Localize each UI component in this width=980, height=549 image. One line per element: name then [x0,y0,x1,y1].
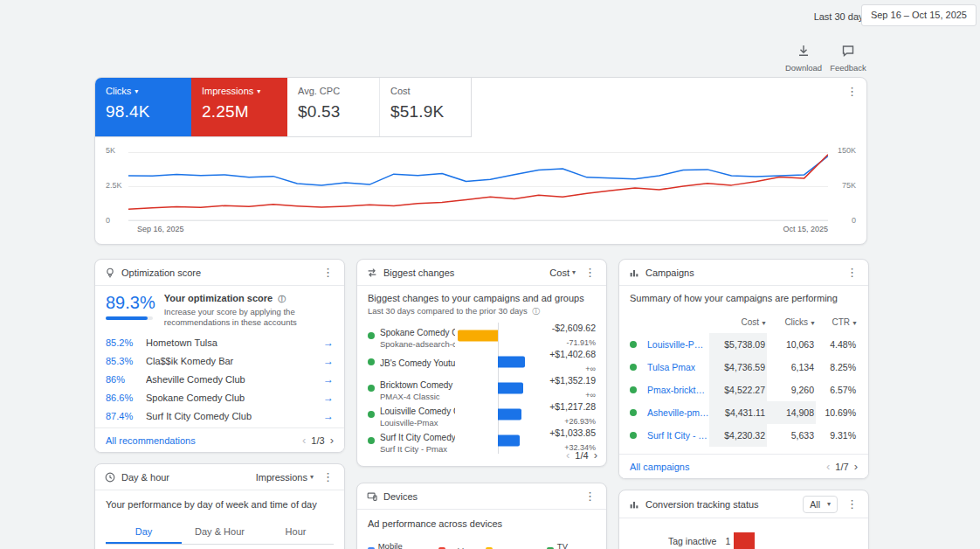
page-prev-icon[interactable]: ‹ [566,448,569,462]
account-recommendation-row[interactable]: 87.4% Surf It City Comedy Club → [106,407,334,426]
day-hour-metric-filter[interactable]: Impressions ▾ [256,472,314,483]
column-header-clicks[interactable]: Clicks▼ [767,317,816,327]
campaigns-kebab-menu[interactable]: ⋮ [845,266,859,279]
legend-item-tablets[interactable]: Tablets [438,541,475,549]
devices-heading: Ad performance across devices [368,518,596,529]
arrow-right-icon[interactable]: → [323,392,334,404]
page-prev-icon[interactable]: ‹ [302,434,306,447]
change-amount: +$1,402.68 [541,349,596,359]
day-hour-kebab-menu[interactable]: ⋮ [321,470,335,483]
account-recommendation-row[interactable]: 86.6% Spokane Comedy Club → [106,389,334,407]
metric-tile-cost[interactable]: Cost $51.9K [379,78,471,136]
info-icon[interactable]: ⓘ [532,307,540,316]
all-recommendations-link[interactable]: All recommendations [106,435,196,446]
metric-value: $51.9K [390,102,460,122]
right-axis-tick: 0 [852,216,856,225]
score-headline: Your optimization score [164,293,273,303]
download-label: Download [782,63,825,73]
arrow-right-icon[interactable]: → [323,337,334,349]
tab-day-hour[interactable]: Day & Hour [182,520,258,544]
download-button[interactable]: Download [782,44,825,73]
arrow-right-icon[interactable]: → [323,410,334,422]
metric-value: 2.25M [202,102,277,122]
legend-item-tv[interactable]: TV screens [547,541,596,549]
score-progress-fill [106,316,148,320]
account-recommendation-row[interactable]: 85.2% Hometown Tulsa → [106,334,334,352]
campaign-cost: $4,522.27 [709,379,767,401]
account-recommendation-row[interactable]: 85.3% Cla$$ik Komedy Bar → [106,352,334,371]
metric-tile-impressions[interactable]: Impressions ▾ 2.25M [191,78,287,136]
change-bar-zone [459,401,537,427]
page-next-icon[interactable]: › [330,434,334,447]
campaign-name-link[interactable]: Pmax-bricktown-august [647,385,709,395]
change-amount: -$2,609.62 [541,323,596,333]
legend-item-computers[interactable]: Computers [486,541,536,549]
filter-value: Impressions [256,472,307,483]
tab-hour[interactable]: Hour [258,520,334,544]
legend-item-mobile[interactable]: Mobile phones [368,541,428,549]
change-row[interactable]: Spokane Comedy Club › Spokane-adsearch-c… [368,323,596,349]
page-prev-icon[interactable]: ‹ [826,460,830,473]
status-dot [368,332,375,339]
day-hour-card: Day & hour Impressions ▾ ⋮ Your performa… [94,463,345,549]
page-next-icon[interactable]: › [854,460,858,473]
card-title: Optimization score [121,268,201,278]
feedback-icon [841,45,855,60]
column-header-ctr[interactable]: CTR▼ [816,317,858,327]
campaign-name-link[interactable]: Surf It City - Pmax [647,430,709,441]
tab-day[interactable]: Day [106,520,182,544]
optimization-kebab-menu[interactable]: ⋮ [321,266,335,279]
metric-tile-avg-cpc[interactable]: Avg. CPC $0.53 [287,78,379,136]
date-range-picker[interactable]: Sep 16 – Oct 15, 2025 [861,4,977,26]
performance-chart[interactable] [128,151,828,221]
conversion-status-bar[interactable] [734,532,755,549]
changes-kebab-menu[interactable]: ⋮ [583,266,597,279]
changes-icon [366,267,378,279]
sort-icon: ▼ [852,320,858,326]
campaign-row: Asheville-pmax-August $4,431.11 14,908 1… [630,401,858,424]
card-title: Day & hour [121,472,169,483]
feedback-button[interactable]: Feedback [826,44,870,73]
column-header-cost[interactable]: Cost▼ [709,317,767,327]
conversion-filter-select[interactable]: All ▾ [803,496,838,513]
devices-kebab-menu[interactable]: ⋮ [583,490,597,503]
status-dot [368,411,375,418]
account-name: Spokane Comedy Club [146,393,323,403]
legend-label: Tablets [449,546,475,549]
campaign-name-link[interactable]: Asheville-pmax-August [647,407,709,418]
conversion-kebab-menu[interactable]: ⋮ [845,497,859,511]
status-dot [630,341,637,348]
change-row[interactable]: Bricktown Comedy Club › PMAX-4 Classic +… [368,375,596,401]
change-row[interactable]: Louisville Comedy Club › Louisville-Pmax… [368,401,596,427]
change-row[interactable]: Surf It City Comedy ... › Surf It City -… [368,427,596,454]
left-axis-tick: 2.5K [106,181,122,190]
change-bar [498,383,523,394]
change-row[interactable]: JB's Comedy Youtube ... +$1,402.68 +∞ [368,349,596,375]
change-bar [458,330,498,342]
day-hour-heading: Your performance by day of week and time… [106,499,334,510]
arrow-right-icon[interactable]: → [323,373,334,386]
overview-kebab-menu[interactable]: ⋮ [845,85,859,98]
info-icon[interactable]: ⓘ [278,295,286,303]
change-percent: +∞ [585,365,596,373]
metric-value: 98.4K [106,102,181,122]
campaign-name-link[interactable]: Louisville-Pmax [647,339,709,350]
page-indicator: 1/7 [835,462,848,472]
changes-metric-filter[interactable]: Cost ▾ [549,268,576,278]
card-title: Devices [383,491,418,502]
metric-tile-clicks[interactable]: Clicks ▾ 98.4K [95,78,191,136]
page-next-icon[interactable]: › [594,448,597,462]
sort-icon: ▼ [810,320,816,326]
caret-down-icon: ▾ [827,500,831,508]
change-percent: -71.91% [566,338,596,347]
account-recommendation-row[interactable]: 86% Asheville Comedy Club → [106,371,334,389]
change-entity: JB's Comedy Youtube ... [380,358,455,368]
arrow-right-icon[interactable]: → [323,355,334,367]
devices-icon [366,490,378,503]
campaign-clicks: 10,063 [767,333,816,356]
bar-chart-icon [628,267,640,279]
change-bar-zone [459,427,537,454]
all-campaigns-link[interactable]: All campaigns [630,462,689,472]
campaign-ctr: 9.31% [816,424,858,447]
campaign-name-link[interactable]: Tulsa Pmax [647,362,695,372]
